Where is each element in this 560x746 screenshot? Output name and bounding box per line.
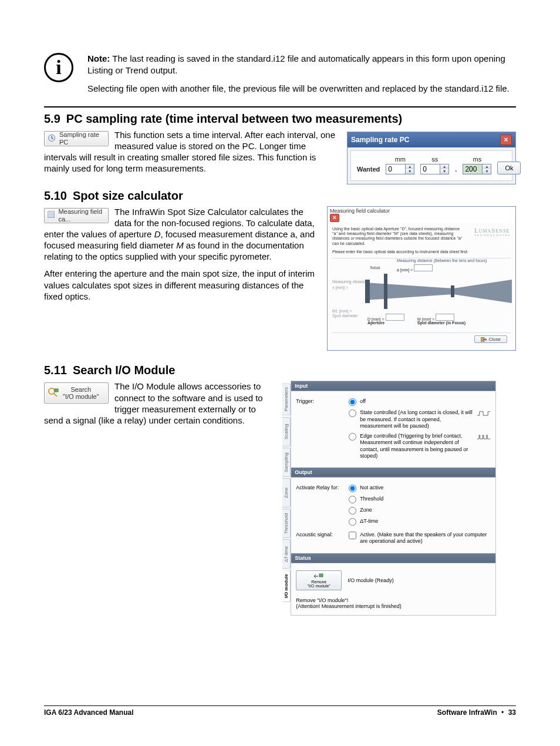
divider (44, 106, 516, 107)
spin-down-icon[interactable]: ▼ (406, 169, 414, 174)
section-5-11-body: Search "I/O module" The I/O Module allow… (44, 381, 272, 426)
a-mm-label: a [mm] = (397, 264, 433, 272)
relay-not-active-radio[interactable] (349, 485, 356, 492)
a-input[interactable] (414, 264, 433, 271)
search-io-icon (48, 387, 59, 399)
relay-threshold-radio[interactable] (349, 496, 356, 503)
relay-not-active-option[interactable]: Not active (349, 485, 491, 492)
dialog-titlebar: Sampling rate PC × (348, 132, 515, 147)
aperture-label: Aperture (367, 321, 384, 325)
relay-threshold-option[interactable]: Threshold (349, 496, 491, 503)
trigger-state-option[interactable]: State controlled (As long contact is clo… (349, 409, 491, 429)
door-icon (481, 337, 487, 342)
m1-mm-label: M1 [mm] = (332, 309, 352, 313)
spin-down-icon[interactable]: ▼ (440, 169, 448, 174)
trigger-state-radio[interactable] (349, 409, 356, 417)
tab-dt-time[interactable]: ΔT-time (282, 539, 291, 569)
spin-down-icon[interactable]: ▼ (483, 169, 491, 174)
sampling-rate-dialog: Sampling rate PC × Wanted mm ▲▼ ss ▲▼ (347, 132, 516, 184)
tab-zone[interactable]: Zone (282, 478, 291, 508)
footer-left: IGA 6/23 Advanced Manual (44, 708, 134, 717)
separator-dot: . (455, 166, 457, 174)
tab-sampling[interactable]: Sampling (282, 448, 291, 477)
section-5-10-heading: 5.10 Spot size calculator (44, 189, 516, 203)
measuring-field-button[interactable]: Measuring field ca... (44, 208, 109, 223)
close-button[interactable]: Close (474, 335, 507, 343)
meas-dist-header: Measuring distance (Between the lens and… (397, 258, 487, 263)
note-lead: Note: (87, 53, 110, 63)
output-header: Output (291, 468, 495, 478)
wanted-label: Wanted (357, 166, 380, 174)
close-icon[interactable]: × (330, 214, 339, 222)
remove-io-icon (313, 573, 324, 580)
search-io-label-1: Search (70, 386, 91, 393)
spin-up-icon[interactable]: ▲ (483, 164, 491, 169)
svg-rect-4 (384, 274, 387, 309)
acoustic-label: Acoustic signal: (296, 532, 343, 537)
relay-zone-option[interactable]: Zone (349, 507, 491, 515)
ss-input[interactable] (420, 164, 440, 174)
section-5-11-heading: 5.11 Search I/O Module (44, 364, 516, 377)
m-input[interactable] (436, 314, 454, 321)
info-icon: i (44, 53, 73, 82)
calc-diagram: Measuring distance (Between the lens and… (332, 258, 511, 332)
relay-dttime-radio[interactable] (349, 518, 356, 526)
section-5-10-body-2: After entering the aperture and the main… (44, 268, 316, 302)
spin-up-icon[interactable]: ▲ (406, 164, 414, 169)
section-5-9-body: Sampling rate PC This function sets a ti… (44, 129, 336, 174)
ms-input[interactable] (463, 164, 483, 174)
sampling-rate-button[interactable]: Sampling rate PC (44, 131, 109, 146)
trigger-off-option[interactable]: off (349, 398, 491, 406)
spin-up-icon[interactable]: ▲ (440, 164, 448, 169)
note-paragraph-2: Selecting file open with another file, t… (87, 83, 516, 95)
ok-button[interactable]: Ok (497, 162, 521, 174)
close-icon[interactable]: × (500, 135, 512, 145)
svg-rect-10 (319, 574, 323, 577)
mm-spinner[interactable]: ▲▼ (386, 164, 414, 174)
remove-io-button[interactable]: Remove "I/O module" (296, 570, 342, 591)
tab-parameters[interactable]: Parameters (282, 383, 291, 415)
brand-logo: LUMASENSE TECHNOLOGIES (474, 227, 511, 237)
io-remove-warning: Remove "I/O module"! (Attention! Measure… (296, 597, 491, 609)
note-p1-rest: The last reading is saved in the standar… (87, 53, 505, 75)
section-5-9-heading: 5.9 PC sampling rate (time interval betw… (44, 112, 516, 126)
measuring-distance-label: Measuring distance (332, 280, 368, 284)
svg-rect-3 (365, 280, 370, 303)
trigger-edge-radio[interactable] (349, 433, 356, 441)
edge-waveform-icon (477, 433, 491, 441)
focus-label: focus (370, 266, 380, 270)
calc-instructions-2: Please enter the basic optical data acco… (332, 250, 511, 254)
tab-io-module[interactable]: I/O module (282, 570, 291, 602)
note-block: i Note: The last reading is saved in the… (44, 53, 516, 102)
clock-icon (48, 134, 56, 143)
note-paragraph-1: Note: The last reading is saved in the s… (87, 53, 516, 76)
svg-line-8 (54, 394, 57, 396)
relay-zone-radio[interactable] (349, 507, 356, 515)
calculator-dialog: Measuring field calculator × LUMASENSE T… (327, 206, 516, 351)
mm-label: mm (395, 156, 406, 163)
status-header: Status (291, 553, 495, 563)
trigger-off-radio[interactable] (349, 398, 356, 406)
ss-label: ss (431, 156, 438, 163)
acoustic-checkbox[interactable] (349, 532, 356, 539)
ss-spinner[interactable]: ▲▼ (420, 164, 449, 174)
state-waveform-icon (477, 409, 491, 418)
section-5-10-body-1: Measuring field ca... The InfraWin Spot … (44, 206, 316, 263)
tab-threshold[interactable]: Threshold (282, 509, 291, 538)
d-input[interactable] (386, 314, 404, 321)
input-header: Input (291, 381, 495, 391)
trigger-edge-option[interactable]: Edge controlled (Triggering by brief con… (349, 433, 491, 459)
footer-right: Software InfraWin • 33 (437, 708, 516, 717)
io-ready-status: I/O module (Ready) (348, 577, 491, 583)
search-io-label-2: "I/O module" (63, 393, 99, 400)
spot-focus-label: Spot diameter (in Focus) (417, 321, 465, 325)
page-footer: IGA 6/23 Advanced Manual Software InfraW… (44, 705, 516, 717)
trigger-label: Trigger: (296, 398, 343, 404)
ms-spinner[interactable]: ▲▼ (463, 164, 491, 174)
search-io-button[interactable]: Search "I/O module" (44, 382, 109, 404)
acoustic-option[interactable]: Active. (Make sure that the speakers of … (349, 532, 491, 545)
svg-point-7 (49, 388, 55, 394)
mm-input[interactable] (386, 164, 406, 174)
tab-scaling[interactable]: Scaling (282, 417, 291, 446)
relay-dttime-option[interactable]: ΔT-time (349, 518, 491, 526)
